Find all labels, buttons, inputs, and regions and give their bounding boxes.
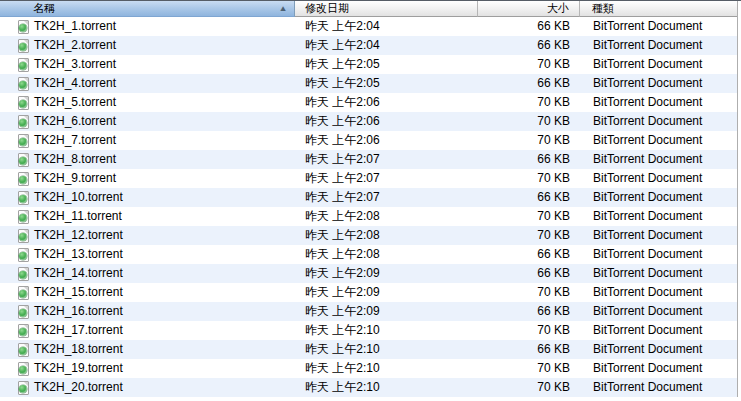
file-row[interactable]: TK2H_4.torrent 昨天 上午2:05 66 KB BitTorren…	[0, 74, 737, 93]
torrent-green-badge-icon	[19, 138, 27, 146]
file-size: 70 KB	[478, 93, 580, 112]
file-name: TK2H_19.torrent	[34, 359, 123, 378]
file-name-cell: TK2H_1.torrent	[0, 17, 295, 36]
finder-list-view-window: 名稱 ▲ 修改日期 大小 種類 TK2H_1.torrent 昨天 上午2:04…	[0, 0, 741, 401]
file-row[interactable]: TK2H_14.torrent 昨天 上午2:09 66 KB BitTorre…	[0, 264, 737, 283]
file-date-modified: 昨天 上午2:06	[295, 131, 478, 150]
file-name: TK2H_14.torrent	[34, 264, 123, 283]
file-row[interactable]: TK2H_19.torrent 昨天 上午2:10 70 KB BitTorre…	[0, 359, 737, 378]
file-size: 70 KB	[478, 283, 580, 302]
file-size: 70 KB	[478, 359, 580, 378]
file-row[interactable]: TK2H_16.torrent 昨天 上午2:09 66 KB BitTorre…	[0, 302, 737, 321]
torrent-green-badge-icon	[19, 195, 27, 203]
torrent-green-badge-icon	[19, 328, 27, 336]
file-date-modified: 昨天 上午2:09	[295, 302, 478, 321]
file-name: TK2H_2.torrent	[34, 36, 116, 55]
file-name: TK2H_15.torrent	[34, 283, 123, 302]
file-date-modified: 昨天 上午2:09	[295, 264, 478, 283]
file-name-cell: TK2H_9.torrent	[0, 169, 295, 188]
column-header-size[interactable]: 大小	[478, 1, 580, 17]
file-row[interactable]: TK2H_6.torrent 昨天 上午2:06 70 KB BitTorren…	[0, 112, 737, 131]
file-kind: BitTorrent Document	[580, 245, 737, 264]
file-date-modified: 昨天 上午2:04	[295, 36, 478, 55]
torrent-document-icon	[18, 58, 29, 72]
torrent-green-badge-icon	[19, 62, 27, 70]
file-date-modified: 昨天 上午2:10	[295, 378, 478, 397]
file-row[interactable]: TK2H_8.torrent 昨天 上午2:07 66 KB BitTorren…	[0, 150, 737, 169]
file-date-modified: 昨天 上午2:08	[295, 207, 478, 226]
file-row[interactable]: TK2H_3.torrent 昨天 上午2:05 70 KB BitTorren…	[0, 55, 737, 74]
file-row[interactable]: TK2H_11.torrent 昨天 上午2:08 70 KB BitTorre…	[0, 207, 737, 226]
file-row[interactable]: TK2H_17.torrent 昨天 上午2:10 70 KB BitTorre…	[0, 321, 737, 340]
file-kind: BitTorrent Document	[580, 131, 737, 150]
file-date-modified: 昨天 上午2:10	[295, 359, 478, 378]
file-size: 66 KB	[478, 264, 580, 283]
file-list: TK2H_1.torrent 昨天 上午2:04 66 KB BitTorren…	[0, 17, 737, 397]
file-kind: BitTorrent Document	[580, 112, 737, 131]
file-date-modified: 昨天 上午2:06	[295, 112, 478, 131]
file-kind: BitTorrent Document	[580, 340, 737, 359]
file-name: TK2H_16.torrent	[34, 302, 123, 321]
torrent-document-icon	[18, 210, 29, 224]
list-column-header-bar: 名稱 ▲ 修改日期 大小 種類	[0, 1, 737, 17]
file-name-cell: TK2H_3.torrent	[0, 55, 295, 74]
file-row[interactable]: TK2H_5.torrent 昨天 上午2:06 70 KB BitTorren…	[0, 93, 737, 112]
file-kind: BitTorrent Document	[580, 359, 737, 378]
torrent-document-icon	[18, 248, 29, 262]
file-name-cell: TK2H_17.torrent	[0, 321, 295, 340]
file-kind: BitTorrent Document	[580, 302, 737, 321]
file-name: TK2H_13.torrent	[34, 245, 123, 264]
torrent-document-icon	[18, 77, 29, 91]
torrent-green-badge-icon	[19, 347, 27, 355]
file-name-cell: TK2H_4.torrent	[0, 74, 295, 93]
file-size: 66 KB	[478, 74, 580, 93]
file-row[interactable]: TK2H_15.torrent 昨天 上午2:09 70 KB BitTorre…	[0, 283, 737, 302]
column-header-date-modified-label: 修改日期	[305, 2, 349, 14]
file-kind: BitTorrent Document	[580, 321, 737, 340]
torrent-document-icon	[18, 229, 29, 243]
torrent-green-badge-icon	[19, 366, 27, 374]
file-name: TK2H_11.torrent	[34, 207, 122, 226]
file-row[interactable]: TK2H_13.torrent 昨天 上午2:08 66 KB BitTorre…	[0, 245, 737, 264]
file-size: 70 KB	[478, 226, 580, 245]
file-row[interactable]: TK2H_18.torrent 昨天 上午2:10 66 KB BitTorre…	[0, 340, 737, 359]
column-header-kind-label: 種類	[592, 2, 614, 14]
file-name: TK2H_12.torrent	[34, 226, 123, 245]
file-row[interactable]: TK2H_9.torrent 昨天 上午2:07 70 KB BitTorren…	[0, 169, 737, 188]
file-kind: BitTorrent Document	[580, 55, 737, 74]
torrent-document-icon	[18, 39, 29, 53]
torrent-green-badge-icon	[19, 157, 27, 165]
file-date-modified: 昨天 上午2:07	[295, 150, 478, 169]
file-kind: BitTorrent Document	[580, 283, 737, 302]
torrent-green-badge-icon	[19, 119, 27, 127]
file-row[interactable]: TK2H_1.torrent 昨天 上午2:04 66 KB BitTorren…	[0, 17, 737, 36]
torrent-green-badge-icon	[19, 43, 27, 51]
torrent-document-icon	[18, 267, 29, 281]
file-name-cell: TK2H_18.torrent	[0, 340, 295, 359]
column-header-name[interactable]: 名稱 ▲	[0, 1, 295, 17]
torrent-green-badge-icon	[19, 290, 27, 298]
file-size: 70 KB	[478, 321, 580, 340]
file-kind: BitTorrent Document	[580, 264, 737, 283]
file-kind: BitTorrent Document	[580, 378, 737, 397]
file-name-cell: TK2H_5.torrent	[0, 93, 295, 112]
torrent-document-icon	[18, 134, 29, 148]
torrent-green-badge-icon	[19, 214, 27, 222]
file-row[interactable]: TK2H_12.torrent 昨天 上午2:08 70 KB BitTorre…	[0, 226, 737, 245]
file-name: TK2H_10.torrent	[34, 188, 123, 207]
torrent-document-icon	[18, 115, 29, 129]
file-name-cell: TK2H_7.torrent	[0, 131, 295, 150]
file-kind: BitTorrent Document	[580, 36, 737, 55]
file-row[interactable]: TK2H_20.torrent 昨天 上午2:10 70 KB BitTorre…	[0, 378, 737, 397]
column-header-kind[interactable]: 種類	[580, 1, 737, 17]
column-header-date-modified[interactable]: 修改日期	[295, 1, 478, 17]
torrent-document-icon	[18, 172, 29, 186]
file-row[interactable]: TK2H_7.torrent 昨天 上午2:06 70 KB BitTorren…	[0, 131, 737, 150]
file-row[interactable]: TK2H_2.torrent 昨天 上午2:04 66 KB BitTorren…	[0, 36, 737, 55]
file-row[interactable]: TK2H_10.torrent 昨天 上午2:07 66 KB BitTorre…	[0, 188, 737, 207]
file-date-modified: 昨天 上午2:04	[295, 17, 478, 36]
torrent-document-icon	[18, 96, 29, 110]
file-date-modified: 昨天 上午2:07	[295, 169, 478, 188]
column-header-name-label: 名稱	[33, 1, 55, 16]
sort-ascending-icon: ▲	[278, 1, 287, 16]
